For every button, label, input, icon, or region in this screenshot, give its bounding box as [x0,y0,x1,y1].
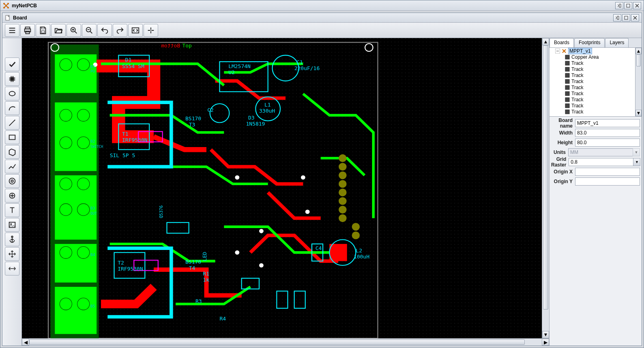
svg-point-38 [60,59,72,71]
menu-button[interactable] [5,24,19,37]
minimize-button[interactable] [615,2,623,9]
zoom-out-button[interactable] [82,24,97,37]
crosshair-button[interactable] [144,24,158,37]
svg-text:B5: B5 [90,304,95,308]
hscroll-thumb[interactable] [29,339,525,345]
svg-point-19 [9,92,15,96]
svg-text:U2: U2 [228,69,235,75]
width-input[interactable] [575,129,640,137]
board-name-input[interactable] [575,119,640,127]
svg-point-17 [150,30,151,31]
tree-item[interactable]: Track [550,60,642,66]
svg-text:IRF9530N: IRF9530N [118,266,143,272]
ellipse-tool[interactable] [5,87,19,100]
vscroll-thumb[interactable] [543,45,548,310]
hole-tool[interactable] [5,189,19,203]
origin-x-input[interactable] [575,168,640,176]
select-tool[interactable] [5,58,19,71]
svg-text:T1: T1 [122,131,129,137]
print-button[interactable] [20,24,35,37]
scroll-up-icon[interactable]: ▲ [542,38,549,45]
rect-tool[interactable] [5,130,19,144]
board-minimize-button[interactable] [613,14,621,21]
tab-boards[interactable]: Boards [550,38,574,47]
tree-item[interactable]: Track [550,90,642,96]
image-tool[interactable] [5,218,19,232]
tree-item[interactable]: Track [550,66,642,72]
save-button[interactable] [36,24,50,37]
svg-point-60 [352,223,360,231]
svg-text:L1: L1 [264,102,271,108]
svg-point-22 [11,180,13,182]
svg-rect-5 [627,4,630,7]
tree-item[interactable]: Track [550,78,642,84]
svg-rect-37 [329,244,347,261]
svg-text:IRF9530N: IRF9530N [122,137,148,143]
height-input[interactable] [575,139,640,147]
scroll-left-icon[interactable]: ◀ [22,339,29,346]
svg-point-82 [305,209,310,214]
via-tool[interactable] [5,174,19,188]
maximize-button[interactable] [624,2,632,9]
close-button[interactable] [633,2,641,9]
svg-text:C2: C2 [207,107,214,113]
tab-footprints[interactable]: Footprints [574,38,605,47]
scroll-right-icon[interactable]: ▶ [542,339,549,346]
tree-scroll-thumb[interactable] [636,54,641,66]
text-tool[interactable] [5,203,19,217]
trace-tool[interactable] [5,160,19,173]
tree-item-label: Copper Area [571,54,599,60]
svg-point-83 [259,229,264,233]
svg-point-51 [77,298,90,310]
pcb-canvas[interactable]: Top Bottom D1 SS54 SM LM2574N U2 C1 220u… [22,38,549,338]
svg-point-80 [235,175,239,180]
svg-point-47 [77,204,90,216]
svg-point-56 [339,189,347,196]
svg-point-55 [339,180,347,188]
board-maximize-button[interactable] [622,14,630,21]
canvas-hscroll[interactable]: ◀ ▶ [22,338,549,346]
move-tool[interactable] [5,247,19,261]
tab-layers[interactable]: Layers [605,38,629,47]
tree-root[interactable]: MPPT_v1 [550,48,642,54]
redo-button[interactable] [113,24,127,37]
tree-item[interactable]: Copper Area [550,54,642,60]
tree-scroll-up[interactable]: ▲ [635,48,642,54]
code-button[interactable] [128,24,143,37]
measure-tool[interactable] [5,262,19,275]
tree-item[interactable]: Track [550,102,642,109]
svg-point-0 [3,3,5,4]
tree-item[interactable]: Track [550,84,642,90]
line-tool[interactable] [5,116,19,130]
arc-tool[interactable] [5,101,19,115]
anchor-tool[interactable] [5,233,19,246]
tree-scroll-down[interactable]: ▼ [635,110,642,116]
tree-item[interactable]: Track [550,96,642,102]
units-label: Units [551,149,568,155]
tree-expand-icon[interactable] [555,49,560,53]
tree-item[interactable]: Track [550,72,642,78]
svg-point-58 [339,206,347,213]
tree-item[interactable]: Track [550,109,642,115]
svg-rect-36 [55,287,97,334]
svg-point-1 [7,3,9,4]
board-tree[interactable]: MPPT_v1 Copper AreaTrackTrackTrackTrackT… [550,48,642,117]
scroll-down-icon[interactable]: ▼ [542,331,549,338]
undo-button[interactable] [97,24,112,37]
grid-raster-input[interactable] [569,158,633,166]
svg-text:B2: B2 [90,139,95,143]
board-close-button[interactable] [631,14,639,21]
chip-tool[interactable] [5,72,19,86]
canvas-vscroll[interactable]: ▲ ▼ [542,38,549,338]
tree-scrollbar[interactable]: ▲ ▼ [635,48,642,116]
svg-text:R4: R4 [220,316,226,322]
svg-point-44 [60,178,72,190]
origin-y-input[interactable] [575,177,640,186]
polygon-tool[interactable] [5,145,19,159]
svg-text:SS54 SM: SS54 SM [122,63,144,69]
zoom-in-button[interactable] [67,24,81,37]
open-button[interactable] [51,24,66,37]
grid-raster-dropdown-icon[interactable]: ▼ [633,158,640,166]
units-dropdown-icon: ▼ [633,148,640,156]
svg-rect-4 [619,4,621,7]
